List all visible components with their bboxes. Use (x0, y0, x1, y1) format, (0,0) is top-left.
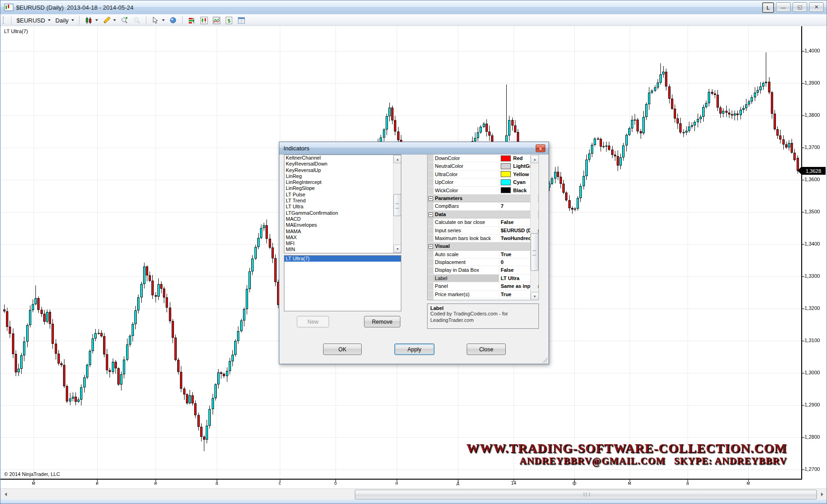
property-grid[interactable]: DownColorRedNeutralColorLightGrayUltraCo… (427, 154, 539, 300)
indicator-list-item[interactable]: MAMA (284, 229, 401, 235)
property-row[interactable]: DownColorRed (428, 155, 538, 162)
available-indicators-list[interactable]: KeltnerChannelKeyReversalDownKeyReversal… (284, 155, 401, 253)
instrument-dropdown[interactable]: $EURUSD (14, 16, 53, 25)
property-grid-scrollbar[interactable]: ▲ ▼ (530, 155, 538, 300)
time-tick-label: с (275, 481, 284, 486)
scroll-up-arrow[interactable]: ▲ (393, 155, 401, 163)
drawing-tools-button[interactable] (100, 16, 118, 25)
property-section-header[interactable]: Visual (428, 242, 538, 250)
close-dialog-button[interactable]: Close (467, 344, 506, 355)
property-name: WickColor (434, 187, 499, 194)
indicator-list-item[interactable]: MAX (284, 235, 401, 241)
list-scrollbar[interactable]: ▲ ▼ (393, 155, 401, 253)
chart-style-button[interactable] (82, 16, 100, 25)
indicator-list-item[interactable]: MIN (284, 246, 401, 252)
property-row[interactable]: CompBars7 (428, 202, 538, 210)
link-button[interactable]: L (762, 2, 774, 13)
property-row[interactable]: NeutralColorLightGray (428, 162, 538, 170)
scroll-down-arrow[interactable]: ▼ (393, 245, 401, 253)
window-titlebar[interactable]: $EURUSD (Daily) 2013-04-18 - 2014-05-24 … (0, 0, 827, 15)
time-tick-label: н (392, 481, 401, 486)
horizontal-scrollbar[interactable] (0, 488, 827, 499)
indicator-list-item[interactable]: KeltnerChannel (284, 155, 401, 161)
collapse-icon[interactable] (428, 212, 433, 217)
grid-gutter (428, 275, 434, 282)
zoom-in-button[interactable] (118, 16, 131, 25)
time-tick-label: ф (570, 481, 579, 486)
indicator-list-item[interactable]: MACD (284, 216, 401, 222)
indicator-list-item[interactable]: LTGammaConfirmation (284, 210, 401, 216)
time-tick-label: м (29, 481, 38, 486)
indicator-list-item[interactable]: KeyReversalDown (284, 161, 401, 167)
time-tick-label: и (151, 481, 160, 486)
line-chart-button[interactable] (210, 16, 223, 25)
minimize-button[interactable]: — (776, 2, 791, 12)
market-bars-button[interactable] (185, 16, 198, 25)
property-row[interactable]: Displacement0 (428, 258, 538, 266)
property-row[interactable]: PanelSame as input series (428, 282, 538, 290)
scroll-down-arrow[interactable]: ▼ (531, 292, 539, 300)
indicator-list-item[interactable]: LT Pulse (284, 192, 401, 198)
dialog-titlebar[interactable]: Indicators x (279, 142, 549, 155)
indicator-list-item[interactable]: MAEnvelopes (284, 222, 401, 228)
resize-grip[interactable] (542, 357, 548, 363)
zoom-out-button[interactable] (131, 16, 143, 25)
property-row[interactable]: UpColorCyan (428, 178, 538, 186)
property-row[interactable]: Display in Data BoxFalse (428, 266, 538, 274)
property-section-header[interactable]: Parameters (428, 195, 538, 202)
property-row[interactable]: LabelLT Ultra (428, 275, 538, 282)
property-row[interactable]: UltraColorYellow (428, 171, 538, 178)
remove-button[interactable]: Remove (364, 316, 400, 327)
indicator-list-item[interactable]: LinReg (284, 173, 401, 179)
indicator-list-item[interactable]: KeyReversalUp (284, 167, 401, 173)
collapse-icon[interactable] (428, 196, 433, 201)
indicator-list-item[interactable]: LinRegIntercept (284, 179, 401, 185)
apply-button[interactable]: Apply (394, 344, 434, 355)
close-button[interactable]: ✕ (809, 2, 824, 12)
grid-gutter (428, 282, 434, 290)
scroll-up-arrow[interactable]: ▲ (531, 155, 539, 163)
property-row[interactable]: Input series$EURUSD (Daily) (428, 227, 538, 235)
new-button[interactable]: New (297, 316, 329, 327)
price-tick-label: 1,2800 (804, 434, 820, 440)
dialog-title: Indicators (283, 145, 309, 152)
scrollbar-thumb[interactable] (531, 233, 538, 271)
property-section-header[interactable]: Data (428, 211, 538, 218)
property-row[interactable]: Auto scaleTrue (428, 251, 538, 258)
ok-button[interactable]: OK (323, 344, 362, 355)
property-row[interactable]: Calculate on bar closeFalse (428, 218, 538, 226)
property-name: Data (434, 211, 446, 218)
dialog-close-button[interactable]: x (536, 144, 545, 152)
property-row[interactable]: WickColorBlack (428, 187, 538, 195)
grid-gutter (428, 218, 434, 226)
indicator-list-item[interactable]: LT Trend (284, 198, 401, 204)
account-button[interactable]: $ (223, 16, 235, 25)
price-tick-label: 1,3700 (804, 144, 820, 150)
selected-indicators-list[interactable]: LT Ultra(7) (284, 255, 401, 311)
period-dropdown[interactable]: Daily (53, 16, 76, 25)
selected-indicator-item[interactable]: LT Ultra(7) (284, 256, 401, 262)
grid-gutter (428, 298, 434, 300)
cursor-button[interactable] (149, 16, 167, 25)
last-price-marker: 1,3628 (801, 167, 826, 175)
chart-window-button[interactable] (198, 16, 210, 25)
time-tick-label: м (625, 481, 634, 486)
grid-gutter (428, 235, 434, 242)
indicator-list-item[interactable]: LT Ultra (284, 204, 401, 210)
collapse-icon[interactable] (428, 244, 433, 249)
property-value-text: Yellow (513, 171, 529, 178)
indicator-list-item[interactable]: LinRegSlope (284, 185, 401, 191)
property-row[interactable]: Price marker(s)True (428, 291, 538, 298)
scrollbar-thumb[interactable] (393, 194, 401, 216)
property-row[interactable]: Maximum bars look backTwoHundredFiftySix (428, 235, 538, 242)
indicator-list-item[interactable]: MFI (284, 241, 401, 246)
data-box-button[interactable] (167, 16, 179, 25)
property-row[interactable]: Scale justificationRight (428, 298, 538, 300)
toolbar-grip[interactable] (3, 17, 6, 24)
maximize-button[interactable]: ◱ (792, 2, 807, 12)
scrollbar-thumb[interactable] (355, 490, 817, 499)
scroll-right-arrow[interactable] (818, 490, 826, 498)
watermark-line1: WWW.TRADING-SOFTWARE-COLLECTION.COM (466, 441, 787, 456)
properties-button[interactable] (235, 16, 248, 25)
scroll-left-arrow[interactable] (2, 490, 10, 498)
